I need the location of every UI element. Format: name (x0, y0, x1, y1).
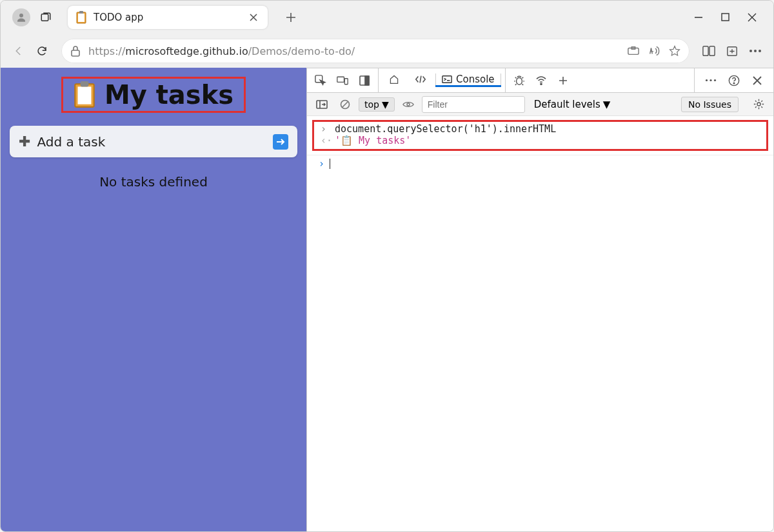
svg-rect-16 (81, 81, 89, 86)
svg-rect-3 (78, 14, 84, 22)
text-cursor (330, 159, 330, 169)
console-input-line: › document.querySelector('h1').innerHTML (321, 123, 760, 135)
minimize-icon (694, 13, 703, 22)
close-icon (748, 13, 757, 22)
tab-actions-button[interactable] (37, 8, 55, 26)
read-aloud-icon[interactable] (648, 45, 660, 57)
console-icon (442, 75, 452, 84)
devtools-help-button[interactable] (724, 71, 744, 90)
svg-rect-6 (72, 50, 79, 56)
devtools-panel: Console top ▼ (307, 68, 773, 532)
close-icon (753, 76, 762, 85)
content-area: My tasks ✚ Add a task No tasks defined (1, 68, 773, 532)
svg-point-12 (754, 50, 757, 52)
home-icon (389, 74, 399, 84)
dock-side-button[interactable] (355, 71, 374, 90)
split-screen-icon (702, 45, 715, 57)
console-output-text: '📋 My tasks' (335, 135, 411, 146)
maximize-button[interactable] (721, 13, 729, 22)
svg-rect-5 (722, 14, 729, 21)
heading-text: My tasks (104, 80, 233, 110)
filter-input[interactable] (422, 96, 525, 113)
dock-icon (359, 75, 370, 86)
console-tab-label: Console (456, 74, 495, 85)
app-available-icon[interactable] (628, 46, 639, 56)
profile-avatar[interactable] (12, 8, 30, 26)
toggle-sidebar-button[interactable] (312, 95, 332, 114)
svg-point-24 (540, 83, 541, 84)
tab-stack-icon (40, 12, 52, 23)
svg-rect-22 (442, 76, 452, 83)
more-button[interactable] (744, 39, 767, 63)
back-button[interactable] (7, 39, 30, 63)
url-path: /Demos/demo-to-do/ (248, 45, 355, 57)
favorite-icon[interactable] (669, 45, 680, 57)
lock-icon (70, 45, 81, 57)
more-tabs-button[interactable] (553, 71, 573, 90)
bug-icon (513, 75, 525, 86)
svg-point-27 (714, 79, 716, 81)
devtools-close-button[interactable] (748, 71, 767, 90)
svg-rect-8 (703, 46, 708, 56)
close-window-button[interactable] (748, 13, 757, 22)
svg-rect-15 (77, 86, 91, 104)
address-bar[interactable]: https://microsoftedge.github.io/Demos/de… (61, 39, 690, 63)
console-prompt[interactable]: › (307, 155, 773, 172)
devices-icon (337, 75, 348, 86)
console-output[interactable]: › document.querySelector('h1').innerHTML… (307, 116, 773, 532)
svg-rect-21 (365, 76, 369, 85)
devtools-more-button[interactable] (701, 71, 720, 90)
gear-icon (753, 99, 764, 110)
svg-rect-18 (337, 77, 344, 82)
console-output-line: ‹· '📋 My tasks' (321, 135, 760, 146)
new-tab-button[interactable] (283, 10, 299, 25)
tab-close-button[interactable] (247, 11, 260, 24)
issues-button[interactable]: No Issues (681, 97, 739, 112)
eye-icon (402, 101, 414, 108)
inspect-element-button[interactable] (311, 71, 330, 90)
highlight-console-lines: › document.querySelector('h1').innerHTML… (312, 120, 768, 151)
page-viewport: My tasks ✚ Add a task No tasks defined (1, 68, 307, 532)
empty-state-text: No tasks defined (10, 174, 297, 190)
browser-tab[interactable]: TODO app (68, 6, 268, 29)
address-bar-row: https://microsoftedge.github.io/Demos/de… (1, 34, 773, 68)
clear-icon (340, 99, 350, 110)
collections-button[interactable] (720, 39, 744, 63)
window-controls (694, 13, 768, 22)
submit-task-button[interactable] (273, 134, 288, 150)
ellipsis-icon (749, 49, 762, 53)
close-icon (250, 14, 257, 21)
ellipsis-icon (705, 79, 717, 82)
chevron-down-icon: ▼ (603, 99, 611, 110)
device-emulation-button[interactable] (333, 71, 352, 90)
svg-point-26 (710, 79, 711, 81)
chevron-left-icon: ‹· (321, 135, 330, 146)
refresh-button[interactable] (30, 39, 54, 63)
plus-icon (559, 76, 568, 85)
log-levels-selector[interactable]: Default levels ▼ (534, 99, 611, 110)
url-host: microsoftedge.github.io (125, 45, 248, 57)
arrow-right-icon (276, 138, 285, 146)
clear-console-button[interactable] (335, 95, 355, 114)
add-task-input[interactable]: ✚ Add a task (10, 126, 297, 157)
sources-tab-icon[interactable] (510, 71, 529, 90)
console-settings-button[interactable] (749, 95, 768, 114)
split-screen-button[interactable] (697, 39, 720, 63)
svg-point-32 (407, 103, 410, 106)
live-expression-button[interactable] (399, 95, 418, 114)
devtools-tabbar: Console (307, 68, 773, 93)
welcome-tab[interactable] (382, 74, 406, 86)
url-text: https://microsoftedge.github.io/Demos/de… (88, 45, 355, 57)
console-tab[interactable]: Console (435, 74, 501, 87)
elements-tab[interactable] (408, 75, 433, 86)
maximize-icon (721, 13, 729, 21)
context-selector[interactable]: top ▼ (359, 97, 395, 112)
context-label: top (364, 99, 379, 110)
clipboard-icon (75, 10, 87, 25)
minimize-button[interactable] (694, 13, 703, 22)
svg-point-13 (759, 50, 761, 52)
svg-point-0 (19, 14, 23, 17)
console-input-text: document.querySelector('h1').innerHTML (335, 123, 556, 135)
network-tab-icon[interactable] (531, 71, 551, 90)
svg-point-25 (706, 79, 708, 81)
